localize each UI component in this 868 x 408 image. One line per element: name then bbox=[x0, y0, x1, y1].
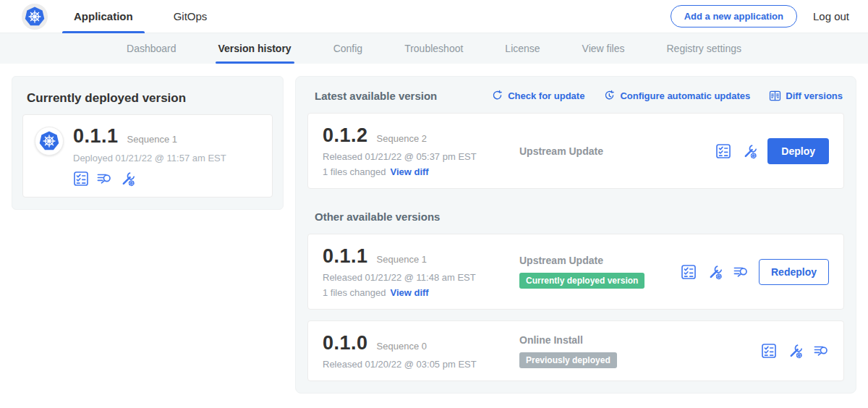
version-sequence: Sequence 1 bbox=[377, 254, 427, 265]
version-source: Upstream Update bbox=[519, 145, 715, 157]
released-timestamp: Released 01/21/22 @ 11:48 am EST bbox=[323, 272, 512, 283]
files-changed-label: 1 files changed bbox=[323, 287, 386, 298]
tab-dashboard[interactable]: Dashboard bbox=[127, 33, 176, 64]
files-changed-label: 1 files changed bbox=[323, 166, 386, 177]
logout-button[interactable]: Log out bbox=[813, 10, 849, 22]
version-sequence: Sequence 0 bbox=[377, 341, 427, 352]
version-number: 0.1.2 bbox=[323, 124, 368, 147]
other-versions-header: Other available versions bbox=[315, 211, 843, 223]
add-application-button[interactable]: Add a new application bbox=[671, 5, 797, 27]
version-card-0-1-1: 0.1.1 Sequence 1 Released 01/21/22 @ 11:… bbox=[307, 234, 844, 310]
version-card-0-1-2: 0.1.2 Sequence 2 Released 01/21/22 @ 05:… bbox=[307, 113, 844, 189]
version-sequence: Sequence 2 bbox=[377, 133, 427, 144]
deployed-timestamp: Deployed 01/21/22 @ 11:57 am EST bbox=[73, 153, 226, 163]
top-nav: Application GitOps Add a new application… bbox=[0, 0, 868, 33]
version-source: Upstream Update bbox=[519, 255, 681, 266]
tab-config[interactable]: Config bbox=[333, 33, 362, 64]
tab-view-files[interactable]: View files bbox=[582, 33, 625, 64]
app-kubernetes-icon bbox=[35, 127, 64, 156]
tab-gitops[interactable]: GitOps bbox=[171, 0, 210, 33]
troubleshoot-wrench-icon[interactable] bbox=[119, 171, 135, 187]
view-files-icon[interactable] bbox=[813, 343, 829, 359]
troubleshoot-wrench-icon[interactable] bbox=[787, 343, 803, 359]
view-files-icon[interactable] bbox=[733, 264, 749, 280]
tab-license[interactable]: License bbox=[505, 33, 540, 64]
currently-deployed-badge: Currently deployed version bbox=[519, 273, 644, 289]
version-card-0-1-0: 0.1.0 Sequence 0 Released 01/20/22 @ 03:… bbox=[307, 320, 844, 381]
deployed-version-card: 0.1.1 Sequence 1 Deployed 01/21/22 @ 11:… bbox=[22, 114, 273, 197]
currently-deployed-card: Currently deployed version 0.1.1 Sequenc… bbox=[12, 76, 284, 210]
version-history-panel: Latest available version Check for updat… bbox=[295, 76, 856, 394]
config-checklist-icon[interactable] bbox=[761, 343, 777, 359]
app-tabs: Application GitOps bbox=[71, 0, 244, 33]
config-checklist-icon[interactable] bbox=[681, 264, 697, 280]
check-for-update-link[interactable]: Check for update bbox=[491, 90, 584, 102]
config-checklist-icon[interactable] bbox=[715, 143, 731, 159]
previously-deployed-badge: Previously deployed bbox=[519, 352, 617, 368]
diff-icon bbox=[769, 90, 781, 102]
view-diff-link[interactable]: View diff bbox=[390, 287, 428, 298]
tab-application[interactable]: Application bbox=[71, 0, 136, 33]
version-source: Online Install bbox=[519, 334, 761, 346]
diff-versions-link[interactable]: Diff versions bbox=[769, 90, 843, 102]
view-diff-link[interactable]: View diff bbox=[390, 166, 428, 177]
deploy-button[interactable]: Deploy bbox=[767, 138, 829, 164]
troubleshoot-wrench-icon[interactable] bbox=[741, 143, 757, 159]
released-timestamp: Released 01/20/22 @ 03:05 pm EST bbox=[323, 359, 512, 370]
tab-troubleshoot[interactable]: Troubleshoot bbox=[404, 33, 463, 64]
version-number: 0.1.1 bbox=[323, 245, 368, 268]
configure-automatic-updates-label: Configure automatic updates bbox=[620, 90, 750, 101]
currently-deployed-title: Currently deployed version bbox=[22, 87, 273, 114]
deployed-sequence: Sequence 1 bbox=[127, 134, 177, 145]
deployed-version-number: 0.1.1 bbox=[73, 125, 119, 148]
view-files-icon[interactable] bbox=[96, 171, 112, 187]
tab-registry-settings[interactable]: Registry settings bbox=[667, 33, 741, 64]
version-number: 0.1.0 bbox=[323, 332, 368, 354]
latest-version-header: Latest available version bbox=[315, 90, 437, 102]
main-content: Currently deployed version 0.1.1 Sequenc… bbox=[0, 64, 868, 406]
released-timestamp: Released 01/21/22 @ 05:37 pm EST bbox=[323, 151, 512, 162]
section-nav: Dashboard Version history Config Trouble… bbox=[0, 33, 868, 64]
schedule-icon bbox=[603, 90, 616, 102]
redeploy-button[interactable]: Redeploy bbox=[759, 259, 829, 285]
kubernetes-logo bbox=[22, 4, 48, 30]
diff-versions-label: Diff versions bbox=[786, 90, 843, 101]
refresh-icon bbox=[491, 90, 503, 102]
tab-version-history[interactable]: Version history bbox=[218, 33, 292, 64]
check-for-update-label: Check for update bbox=[508, 90, 584, 101]
troubleshoot-wrench-icon[interactable] bbox=[707, 264, 723, 280]
config-checklist-icon[interactable] bbox=[73, 171, 89, 187]
configure-automatic-updates-link[interactable]: Configure automatic updates bbox=[603, 90, 750, 102]
